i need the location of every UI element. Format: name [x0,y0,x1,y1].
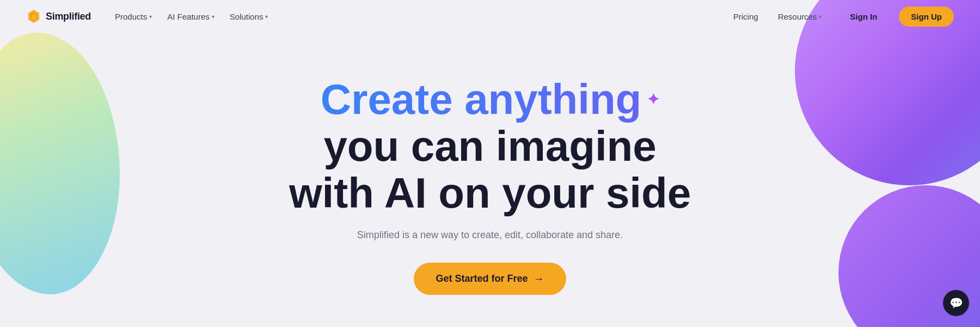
sign-in-button[interactable]: Sign In [841,8,886,26]
hero-title-line3: with AI on your side [289,170,691,217]
chat-icon: 💬 [950,296,963,310]
hero-title: Create anything ✦ you can imagine with A… [289,76,691,216]
hero-title-line1: Create anything ✦ [289,76,691,123]
hero-section: Create anything ✦ you can imagine with A… [0,33,980,295]
nav-resources[interactable]: Resources ▾ [771,8,829,26]
nav-item-products[interactable]: Products ▾ [108,8,158,26]
chevron-down-icon: ▾ [819,14,822,20]
chat-bubble[interactable]: 💬 [943,290,969,316]
chevron-down-icon: ▾ [265,14,268,20]
sparkle-icon: ✦ [647,92,659,108]
hero-title-line2: you can imagine [289,123,691,170]
nav-item-ai-features[interactable]: AI Features ▾ [161,8,221,26]
chevron-down-icon: ▾ [149,14,152,20]
navbar: Simplified Products ▾ AI Features ▾ Solu… [0,0,980,33]
arrow-icon: → [534,272,544,285]
cta-label: Get Started for Free [436,273,528,284]
nav-items: Products ▾ AI Features ▾ Solutions ▾ [108,8,274,26]
logo-text: Simplified [46,11,91,22]
nav-right: Pricing Resources ▾ Sign In Sign Up [733,7,954,27]
nav-pricing[interactable]: Pricing [733,12,758,21]
chevron-down-icon: ▾ [212,14,215,20]
logo-icon [26,9,41,24]
nav-left: Simplified Products ▾ AI Features ▾ Solu… [26,8,274,26]
cta-button[interactable]: Get Started for Free → [414,263,566,295]
nav-item-solutions[interactable]: Solutions ▾ [223,8,275,26]
logo[interactable]: Simplified [26,9,91,24]
sign-up-button[interactable]: Sign Up [899,7,954,27]
hero-subtitle: Simplified is a new way to create, edit,… [357,229,623,241]
hero-title-colored: Create anything [321,76,641,123]
